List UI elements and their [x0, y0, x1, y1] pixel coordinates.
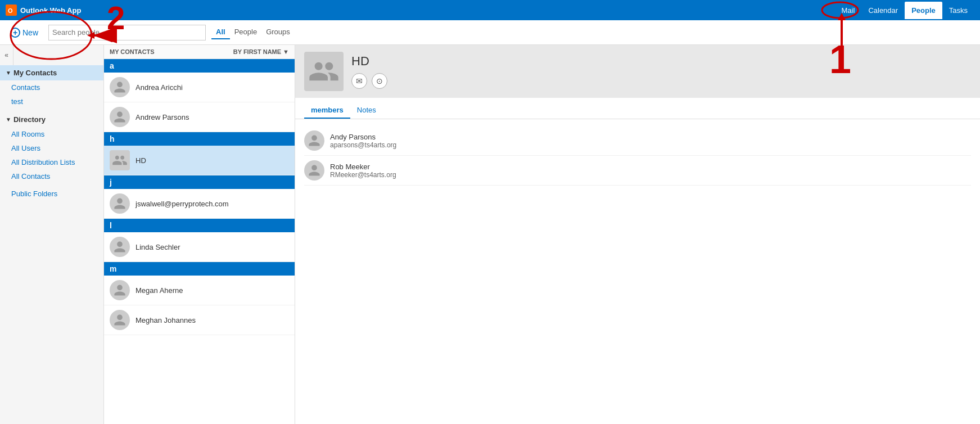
avatar-jswalwell: [110, 193, 130, 214]
sort-label: BY FIRST NAME: [233, 48, 281, 55]
calendar-action-button[interactable]: ⊙: [372, 73, 387, 89]
contact-name-linda: Linda Sechler: [136, 243, 180, 251]
search-input[interactable]: [52, 28, 202, 37]
contact-row-megan[interactable]: Megan Aherne: [104, 276, 295, 305]
contact-row-jswalwell[interactable]: jswalwell@perryprotech.com: [104, 189, 295, 219]
top-bar: O Outlook Web App Mail Calendar People T…: [0, 0, 980, 20]
sort-button[interactable]: BY FIRST NAME ▼: [233, 48, 289, 55]
member-row-andy: Andy Parsons aparsons@ts4arts.org: [304, 126, 971, 156]
filter-tab-all[interactable]: All: [211, 25, 230, 39]
sidebar-item-contacts[interactable]: Contacts: [0, 80, 103, 94]
avatar-andrea: [110, 77, 130, 97]
contact-list-body: a Andrea Aricchi Andrew Parsons h HD: [104, 59, 295, 424]
app-logo-icon: O: [6, 4, 17, 16]
contact-name-jswalwell: jswalwell@perryprotech.com: [136, 200, 229, 208]
avatar-andrew: [110, 107, 130, 127]
sidebar-item-public-folders[interactable]: Public Folders: [0, 187, 103, 201]
tab-notes[interactable]: Notes: [350, 102, 383, 119]
letter-header-l: l: [104, 219, 295, 232]
member-name-andy: Andy Parsons: [330, 133, 396, 141]
sidebar-item-all-rooms[interactable]: All Rooms: [0, 127, 103, 141]
letter-header-h: h: [104, 132, 295, 146]
contact-list-header: MY CONTACTS BY FIRST NAME ▼: [104, 45, 295, 59]
contact-row-meghan[interactable]: Meghan Johannes: [104, 305, 295, 335]
avatar-hd: [110, 150, 130, 170]
avatar-linda: [110, 237, 130, 257]
sort-arrow-icon: ▼: [283, 48, 289, 55]
letter-header-m: m: [104, 262, 295, 276]
letter-header-j: j: [104, 175, 295, 189]
contact-row-andrea[interactable]: Andrea Aricchi: [104, 73, 295, 102]
member-info-andy: Andy Parsons aparsons@ts4arts.org: [330, 133, 396, 149]
sidebar-item-all-contacts[interactable]: All Contacts: [0, 169, 103, 183]
sidebar-item-all-users[interactable]: All Users: [0, 141, 103, 155]
toolbar: + New All People Groups: [0, 20, 980, 45]
contact-list: MY CONTACTS BY FIRST NAME ▼ a Andrea Ari…: [104, 45, 295, 424]
nav-mail[interactable]: Mail: [835, 2, 862, 19]
detail-info: HD ✉ ⊙: [351, 54, 971, 89]
contact-name-hd: HD: [136, 156, 146, 165]
my-contacts-label: My Contacts: [13, 69, 57, 77]
triangle-icon-dir: ▼: [6, 116, 11, 123]
member-email-andy: aparsons@ts4arts.org: [330, 141, 396, 149]
directory-label: Directory: [13, 115, 46, 124]
new-label: New: [22, 28, 38, 37]
detail-actions: ✉ ⊙: [351, 73, 971, 89]
member-name-rob: Rob Meeker: [330, 163, 396, 171]
detail-name: HD: [351, 54, 971, 69]
contact-name-andrea: Andrea Aricchi: [136, 83, 183, 92]
nav-people[interactable]: People: [905, 2, 942, 19]
top-nav: Mail Calendar People Tasks: [835, 2, 974, 19]
letter-header-a: a: [104, 59, 295, 73]
contact-name-megan: Megan Aherne: [136, 286, 183, 295]
contact-name-andrew: Andrew Parsons: [136, 113, 189, 121]
contact-row-linda[interactable]: Linda Sechler: [104, 232, 295, 262]
avatar-megan: [110, 280, 130, 300]
detail-body: Andy Parsons aparsons@ts4arts.org Rob Me…: [295, 119, 980, 424]
filter-tabs: All People Groups: [211, 25, 295, 39]
search-box: [48, 25, 206, 40]
my-contacts-section[interactable]: ▼ My Contacts: [0, 65, 103, 80]
triangle-icon: ▼: [6, 70, 11, 76]
sidebar: « ▼ My Contacts Contacts test ▼ Director…: [0, 45, 104, 424]
contact-name-meghan: Meghan Johannes: [136, 316, 196, 324]
plus-icon: +: [10, 28, 20, 38]
app-logo: O Outlook Web App: [6, 4, 81, 16]
contact-row-andrew[interactable]: Andrew Parsons: [104, 102, 295, 132]
detail-header: HD ✉ ⊙: [295, 45, 980, 98]
member-info-rob: Rob Meeker RMeeker@ts4arts.org: [330, 163, 396, 179]
member-email-rob: RMeeker@ts4arts.org: [330, 171, 396, 179]
nav-tasks[interactable]: Tasks: [942, 2, 974, 19]
tab-members[interactable]: members: [304, 102, 350, 119]
detail-tabs: members Notes: [295, 98, 980, 119]
contact-row-hd[interactable]: HD: [104, 146, 295, 175]
new-button[interactable]: + New: [6, 25, 43, 40]
detail-group-avatar: [304, 52, 344, 91]
email-action-button[interactable]: ✉: [351, 73, 367, 89]
directory-section[interactable]: ▼ Directory: [0, 112, 103, 127]
avatar-andy: [304, 130, 324, 151]
filter-tab-people[interactable]: People: [230, 25, 261, 39]
nav-calendar[interactable]: Calendar: [861, 2, 905, 19]
avatar-rob: [304, 160, 324, 181]
main-content: « ▼ My Contacts Contacts test ▼ Director…: [0, 45, 980, 424]
app-name: Outlook Web App: [20, 6, 81, 15]
svg-text:O: O: [8, 7, 13, 14]
member-row-rob: Rob Meeker RMeeker@ts4arts.org: [304, 156, 971, 186]
filter-tab-groups[interactable]: Groups: [261, 25, 295, 39]
sidebar-item-all-distribution[interactable]: All Distribution Lists: [0, 155, 103, 169]
detail-panel: HD ✉ ⊙ members Notes Andy Parsons aparso…: [295, 45, 980, 424]
sidebar-collapse-button[interactable]: «: [0, 45, 13, 65]
sidebar-item-test[interactable]: test: [0, 94, 103, 109]
my-contacts-header-label: MY CONTACTS: [110, 48, 155, 55]
avatar-meghan: [110, 310, 130, 330]
